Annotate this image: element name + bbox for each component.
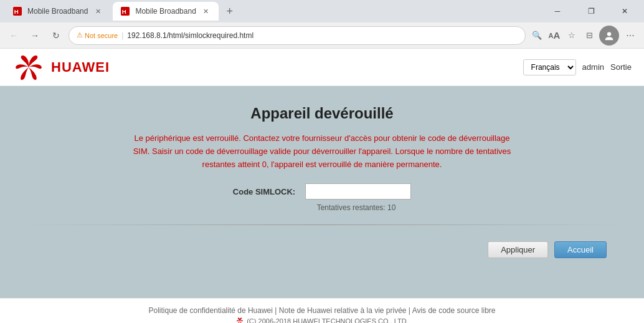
logout-button[interactable]: Sortie bbox=[610, 62, 632, 72]
simlock-form: Code SIMLOCK: Tentatives restantes: 10 bbox=[19, 183, 625, 212]
header-username: admin bbox=[582, 62, 604, 72]
security-warning: ⚠ Not secure bbox=[77, 31, 118, 39]
simlock-input-row: Code SIMLOCK: bbox=[233, 183, 411, 200]
privacy-note-link[interactable]: Note de Huawei relative à la vie privée bbox=[279, 306, 407, 315]
tab-2[interactable]: H Mobile Broadband ✕ bbox=[113, 2, 218, 21]
tab-2-close[interactable]: ✕ bbox=[201, 6, 211, 16]
tab-2-title: Mobile Broadband bbox=[135, 7, 196, 16]
footer-links: Politique de confidentialité de Huawei |… bbox=[7, 306, 637, 315]
svg-point-4 bbox=[607, 32, 611, 36]
toolbar-icons: 🔍 AA ☆ ⊟ ··· bbox=[529, 26, 639, 46]
search-icon[interactable]: 🔍 bbox=[529, 28, 544, 43]
button-row: Appliquer Accueil bbox=[19, 235, 625, 264]
home-button[interactable]: Accueil bbox=[554, 241, 607, 258]
address-field[interactable]: ⚠ Not secure | 192.168.8.1/html/simlockr… bbox=[69, 26, 526, 45]
attempts-row: Tentatives restantes: 10 bbox=[317, 203, 396, 212]
tab-1[interactable]: H Mobile Broadband ✕ bbox=[5, 2, 110, 21]
apply-button[interactable]: Appliquer bbox=[488, 241, 548, 258]
huawei-header: HUAWEI Français English Deutsch admin So… bbox=[0, 49, 644, 86]
attempts-value: 10 bbox=[387, 203, 395, 212]
tab-1-title: Mobile Broadband bbox=[27, 7, 88, 16]
copyright-text: (C) 2006-2018 HUAWEI TECHNOLOGIES CO., L… bbox=[247, 317, 409, 323]
attempts-label: Tentatives restantes: bbox=[317, 203, 387, 212]
favorites-icon[interactable]: ☆ bbox=[564, 28, 579, 43]
more-button[interactable]: ··· bbox=[622, 27, 639, 44]
language-selector[interactable]: Français English Deutsch bbox=[523, 59, 576, 75]
new-tab-button[interactable]: + bbox=[221, 2, 239, 20]
page-footer: Politique de confidentialité de Huawei |… bbox=[0, 298, 644, 323]
huawei-logo-icon bbox=[12, 54, 45, 81]
browser-frame: H Mobile Broadband ✕ H Mobile Broadband … bbox=[0, 0, 644, 323]
address-bar: ← → ↻ ⚠ Not secure | 192.168.8.1/html/si… bbox=[0, 22, 644, 49]
open-source-link[interactable]: Avis de code source libre bbox=[412, 306, 496, 315]
privacy-policy-link[interactable]: Politique de confidentialité de Huawei bbox=[148, 306, 272, 315]
profile-button[interactable] bbox=[599, 26, 619, 46]
footer-huawei-icon bbox=[235, 317, 244, 323]
tab-1-favicon: H bbox=[12, 6, 22, 16]
footer-copyright: (C) 2006-2018 HUAWEI TECHNOLOGIES CO., L… bbox=[7, 317, 637, 323]
forward-button[interactable]: → bbox=[26, 27, 44, 44]
restore-button[interactable]: ❐ bbox=[577, 2, 605, 21]
main-content-area: Appareil devérouillé Le périphérique est… bbox=[0, 86, 644, 298]
page-title: Appareil devérouillé bbox=[19, 99, 625, 122]
tab-2-favicon: H bbox=[120, 6, 130, 16]
minimize-button[interactable]: ─ bbox=[543, 2, 572, 21]
tab-1-close[interactable]: ✕ bbox=[93, 6, 103, 16]
divider bbox=[19, 224, 625, 225]
close-button[interactable]: ✕ bbox=[610, 2, 639, 21]
refresh-button[interactable]: ↻ bbox=[47, 27, 65, 44]
simlock-input[interactable] bbox=[305, 183, 411, 200]
header-right: Français English Deutsch admin Sortie bbox=[523, 59, 632, 75]
read-mode-icon[interactable]: AA bbox=[547, 28, 562, 43]
svg-text:H: H bbox=[14, 8, 19, 15]
security-label: Not secure bbox=[85, 32, 118, 39]
simlock-label: Code SIMLOCK: bbox=[233, 187, 295, 196]
window-controls: ─ ❐ ✕ bbox=[543, 2, 639, 21]
title-bar: H Mobile Broadband ✕ H Mobile Broadband … bbox=[0, 0, 644, 22]
address-text: 192.168.8.1/html/simlockrequired.html bbox=[127, 31, 253, 40]
svg-text:H: H bbox=[122, 8, 126, 15]
warning-icon: ⚠ bbox=[77, 31, 83, 39]
huawei-brand-text: HUAWEI bbox=[51, 59, 110, 75]
page-content: HUAWEI Français English Deutsch admin So… bbox=[0, 49, 644, 323]
collections-icon[interactable]: ⊟ bbox=[582, 28, 597, 43]
back-button[interactable]: ← bbox=[5, 27, 22, 44]
warning-message: Le périphérique est verrouillé. Contacte… bbox=[129, 132, 515, 171]
huawei-logo: HUAWEI bbox=[12, 54, 110, 81]
